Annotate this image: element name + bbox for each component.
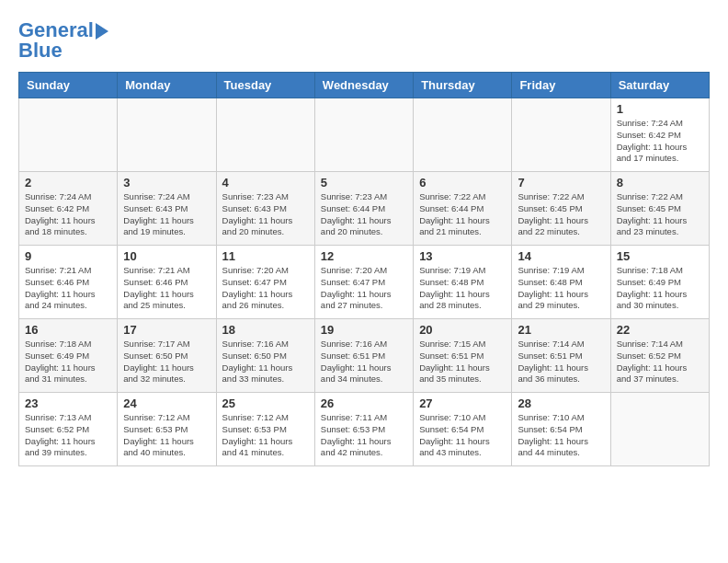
calendar-cell: 23Sunrise: 7:13 AM Sunset: 6:52 PM Dayli… bbox=[19, 393, 118, 466]
day-info: Sunrise: 7:15 AM Sunset: 6:51 PM Dayligh… bbox=[419, 339, 506, 385]
calendar-cell: 9Sunrise: 7:21 AM Sunset: 6:46 PM Daylig… bbox=[19, 246, 118, 319]
calendar-cell: 26Sunrise: 7:11 AM Sunset: 6:53 PM Dayli… bbox=[314, 393, 413, 466]
calendar-cell: 2Sunrise: 7:24 AM Sunset: 6:42 PM Daylig… bbox=[19, 172, 118, 246]
calendar-cell bbox=[19, 98, 118, 172]
day-number: 25 bbox=[222, 396, 309, 410]
day-info: Sunrise: 7:13 AM Sunset: 6:52 PM Dayligh… bbox=[25, 412, 111, 459]
weekday-header-tuesday: Tuesday bbox=[216, 73, 314, 98]
weekday-header-saturday: Saturday bbox=[610, 73, 709, 98]
calendar-week-1: 1Sunrise: 7:24 AM Sunset: 6:42 PM Daylig… bbox=[19, 98, 710, 172]
day-number: 2 bbox=[25, 176, 111, 190]
day-number: 19 bbox=[321, 323, 407, 337]
day-number: 6 bbox=[419, 176, 506, 190]
day-number: 7 bbox=[518, 176, 604, 190]
day-number: 15 bbox=[617, 249, 703, 263]
day-info: Sunrise: 7:22 AM Sunset: 6:45 PM Dayligh… bbox=[518, 191, 604, 238]
calendar-cell: 5Sunrise: 7:23 AM Sunset: 6:44 PM Daylig… bbox=[314, 172, 413, 246]
calendar-cell: 12Sunrise: 7:20 AM Sunset: 6:47 PM Dayli… bbox=[314, 246, 413, 319]
day-info: Sunrise: 7:14 AM Sunset: 6:52 PM Dayligh… bbox=[617, 339, 703, 385]
calendar-cell: 19Sunrise: 7:16 AM Sunset: 6:51 PM Dayli… bbox=[314, 319, 413, 393]
day-number: 14 bbox=[518, 249, 604, 263]
weekday-header-friday: Friday bbox=[512, 73, 610, 98]
calendar-cell bbox=[512, 98, 610, 172]
day-info: Sunrise: 7:14 AM Sunset: 6:51 PM Dayligh… bbox=[518, 339, 604, 385]
calendar-cell: 14Sunrise: 7:19 AM Sunset: 6:48 PM Dayli… bbox=[512, 246, 610, 319]
day-number: 22 bbox=[617, 323, 703, 337]
weekday-header-wednesday: Wednesday bbox=[314, 73, 413, 98]
day-info: Sunrise: 7:22 AM Sunset: 6:45 PM Dayligh… bbox=[617, 191, 703, 238]
calendar-cell: 8Sunrise: 7:22 AM Sunset: 6:45 PM Daylig… bbox=[610, 172, 709, 246]
calendar-week-3: 9Sunrise: 7:21 AM Sunset: 6:46 PM Daylig… bbox=[19, 246, 710, 319]
day-info: Sunrise: 7:23 AM Sunset: 6:43 PM Dayligh… bbox=[222, 191, 309, 238]
day-info: Sunrise: 7:24 AM Sunset: 6:43 PM Dayligh… bbox=[123, 191, 210, 238]
day-info: Sunrise: 7:16 AM Sunset: 6:51 PM Dayligh… bbox=[321, 339, 407, 385]
calendar-cell: 28Sunrise: 7:10 AM Sunset: 6:54 PM Dayli… bbox=[512, 393, 610, 466]
day-info: Sunrise: 7:19 AM Sunset: 6:48 PM Dayligh… bbox=[518, 265, 604, 312]
calendar-cell: 16Sunrise: 7:18 AM Sunset: 6:49 PM Dayli… bbox=[19, 319, 118, 393]
day-number: 4 bbox=[222, 176, 309, 190]
calendar-cell bbox=[216, 98, 314, 172]
day-info: Sunrise: 7:10 AM Sunset: 6:54 PM Dayligh… bbox=[518, 412, 604, 459]
day-info: Sunrise: 7:23 AM Sunset: 6:44 PM Dayligh… bbox=[321, 191, 407, 238]
calendar-table: SundayMondayTuesdayWednesdayThursdayFrid… bbox=[18, 72, 710, 466]
day-info: Sunrise: 7:10 AM Sunset: 6:54 PM Dayligh… bbox=[419, 412, 506, 459]
weekday-header-thursday: Thursday bbox=[414, 73, 512, 98]
day-info: Sunrise: 7:21 AM Sunset: 6:46 PM Dayligh… bbox=[123, 265, 210, 312]
calendar-cell: 21Sunrise: 7:14 AM Sunset: 6:51 PM Dayli… bbox=[512, 319, 610, 393]
day-info: Sunrise: 7:11 AM Sunset: 6:53 PM Dayligh… bbox=[321, 412, 407, 459]
day-info: Sunrise: 7:22 AM Sunset: 6:44 PM Dayligh… bbox=[419, 191, 506, 238]
day-info: Sunrise: 7:12 AM Sunset: 6:53 PM Dayligh… bbox=[123, 412, 210, 459]
page-header: General Blue bbox=[18, 18, 710, 63]
day-info: Sunrise: 7:20 AM Sunset: 6:47 PM Dayligh… bbox=[222, 265, 309, 312]
day-number: 16 bbox=[25, 323, 111, 337]
day-number: 21 bbox=[518, 323, 604, 337]
calendar-week-4: 16Sunrise: 7:18 AM Sunset: 6:49 PM Dayli… bbox=[19, 319, 710, 393]
calendar-cell bbox=[118, 98, 216, 172]
day-number: 13 bbox=[419, 249, 506, 263]
calendar-cell: 7Sunrise: 7:22 AM Sunset: 6:45 PM Daylig… bbox=[512, 172, 610, 246]
calendar-cell: 18Sunrise: 7:16 AM Sunset: 6:50 PM Dayli… bbox=[216, 319, 314, 393]
logo-arrow-icon bbox=[96, 23, 108, 40]
day-number: 10 bbox=[123, 249, 210, 263]
day-number: 1 bbox=[617, 102, 703, 116]
day-info: Sunrise: 7:19 AM Sunset: 6:48 PM Dayligh… bbox=[419, 265, 506, 312]
calendar-cell: 6Sunrise: 7:22 AM Sunset: 6:44 PM Daylig… bbox=[414, 172, 512, 246]
calendar-cell: 22Sunrise: 7:14 AM Sunset: 6:52 PM Dayli… bbox=[610, 319, 709, 393]
day-info: Sunrise: 7:21 AM Sunset: 6:46 PM Dayligh… bbox=[25, 265, 111, 312]
day-info: Sunrise: 7:16 AM Sunset: 6:50 PM Dayligh… bbox=[222, 339, 309, 385]
day-info: Sunrise: 7:12 AM Sunset: 6:53 PM Dayligh… bbox=[222, 412, 309, 459]
calendar-cell: 10Sunrise: 7:21 AM Sunset: 6:46 PM Dayli… bbox=[118, 246, 216, 319]
calendar-cell: 13Sunrise: 7:19 AM Sunset: 6:48 PM Dayli… bbox=[414, 246, 512, 319]
day-info: Sunrise: 7:24 AM Sunset: 6:42 PM Dayligh… bbox=[617, 118, 703, 165]
day-info: Sunrise: 7:18 AM Sunset: 6:49 PM Dayligh… bbox=[25, 339, 111, 385]
calendar-cell: 3Sunrise: 7:24 AM Sunset: 6:43 PM Daylig… bbox=[118, 172, 216, 246]
weekday-header-row: SundayMondayTuesdayWednesdayThursdayFrid… bbox=[19, 73, 710, 98]
day-number: 12 bbox=[321, 249, 407, 263]
calendar-cell: 17Sunrise: 7:17 AM Sunset: 6:50 PM Dayli… bbox=[118, 319, 216, 393]
calendar-cell bbox=[414, 98, 512, 172]
day-number: 23 bbox=[25, 396, 111, 410]
day-number: 28 bbox=[518, 396, 604, 410]
day-number: 8 bbox=[617, 176, 703, 190]
day-number: 20 bbox=[419, 323, 506, 337]
day-info: Sunrise: 7:17 AM Sunset: 6:50 PM Dayligh… bbox=[123, 339, 210, 385]
day-info: Sunrise: 7:18 AM Sunset: 6:49 PM Dayligh… bbox=[617, 265, 703, 312]
weekday-header-sunday: Sunday bbox=[19, 73, 118, 98]
calendar-cell: 25Sunrise: 7:12 AM Sunset: 6:53 PM Dayli… bbox=[216, 393, 314, 466]
calendar-week-5: 23Sunrise: 7:13 AM Sunset: 6:52 PM Dayli… bbox=[19, 393, 710, 466]
day-info: Sunrise: 7:24 AM Sunset: 6:42 PM Dayligh… bbox=[25, 191, 111, 238]
day-number: 11 bbox=[222, 249, 309, 263]
day-number: 24 bbox=[123, 396, 210, 410]
calendar-cell: 20Sunrise: 7:15 AM Sunset: 6:51 PM Dayli… bbox=[414, 319, 512, 393]
weekday-header-monday: Monday bbox=[118, 73, 216, 98]
day-info: Sunrise: 7:20 AM Sunset: 6:47 PM Dayligh… bbox=[321, 265, 407, 312]
day-number: 27 bbox=[419, 396, 506, 410]
calendar-cell: 15Sunrise: 7:18 AM Sunset: 6:49 PM Dayli… bbox=[610, 246, 709, 319]
calendar-cell bbox=[610, 393, 709, 466]
calendar-week-2: 2Sunrise: 7:24 AM Sunset: 6:42 PM Daylig… bbox=[19, 172, 710, 246]
calendar-cell bbox=[314, 98, 413, 172]
day-number: 17 bbox=[123, 323, 210, 337]
day-number: 5 bbox=[321, 176, 407, 190]
day-number: 9 bbox=[25, 249, 111, 263]
logo: General Blue bbox=[18, 18, 108, 63]
